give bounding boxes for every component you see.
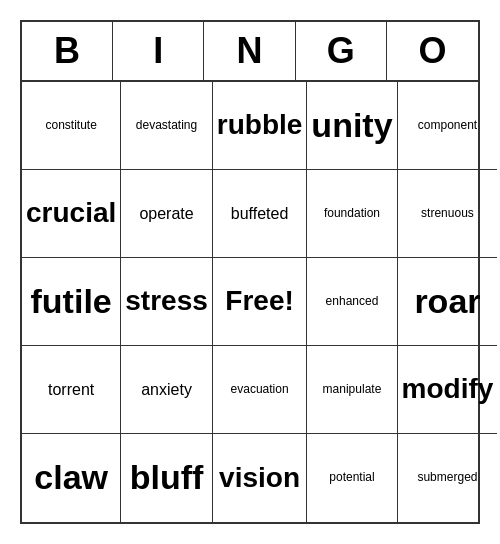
bingo-cell: futile bbox=[22, 258, 121, 346]
bingo-grid: constitutedevastatingrubbleunitycomponen… bbox=[22, 82, 478, 522]
cell-text: evacuation bbox=[231, 383, 289, 396]
cell-text: modify bbox=[402, 374, 494, 405]
bingo-cell: enhanced bbox=[307, 258, 397, 346]
cell-text: torrent bbox=[48, 381, 94, 399]
cell-text: component bbox=[418, 119, 477, 132]
bingo-cell: strenuous bbox=[398, 170, 498, 258]
header-letter: I bbox=[113, 22, 204, 80]
bingo-card: BINGO constitutedevastatingrubbleunityco… bbox=[20, 20, 480, 524]
bingo-header: BINGO bbox=[22, 22, 478, 82]
bingo-cell: roar bbox=[398, 258, 498, 346]
bingo-cell: vision bbox=[213, 434, 308, 522]
cell-text: rubble bbox=[217, 110, 303, 141]
cell-text: buffeted bbox=[231, 205, 289, 223]
header-letter: N bbox=[204, 22, 295, 80]
bingo-cell: buffeted bbox=[213, 170, 308, 258]
bingo-cell: modify bbox=[398, 346, 498, 434]
bingo-cell: evacuation bbox=[213, 346, 308, 434]
bingo-cell: manipulate bbox=[307, 346, 397, 434]
bingo-cell: anxiety bbox=[121, 346, 213, 434]
cell-text: strenuous bbox=[421, 207, 474, 220]
cell-text: potential bbox=[329, 471, 374, 484]
cell-text: foundation bbox=[324, 207, 380, 220]
cell-text: futile bbox=[31, 283, 112, 320]
cell-text: constitute bbox=[45, 119, 96, 132]
bingo-cell: constitute bbox=[22, 82, 121, 170]
cell-text: anxiety bbox=[141, 381, 192, 399]
bingo-cell: unity bbox=[307, 82, 397, 170]
bingo-cell: operate bbox=[121, 170, 213, 258]
bingo-cell: rubble bbox=[213, 82, 308, 170]
cell-text: claw bbox=[34, 459, 108, 496]
cell-text: operate bbox=[139, 205, 193, 223]
bingo-cell: stress bbox=[121, 258, 213, 346]
bingo-cell: submerged bbox=[398, 434, 498, 522]
bingo-cell: foundation bbox=[307, 170, 397, 258]
cell-text: enhanced bbox=[326, 295, 379, 308]
cell-text: bluff bbox=[130, 459, 204, 496]
bingo-cell: torrent bbox=[22, 346, 121, 434]
bingo-cell: claw bbox=[22, 434, 121, 522]
header-letter: G bbox=[296, 22, 387, 80]
cell-text: crucial bbox=[26, 198, 116, 229]
bingo-cell: component bbox=[398, 82, 498, 170]
cell-text: manipulate bbox=[323, 383, 382, 396]
cell-text: devastating bbox=[136, 119, 197, 132]
bingo-cell: devastating bbox=[121, 82, 213, 170]
bingo-cell: potential bbox=[307, 434, 397, 522]
cell-text: vision bbox=[219, 463, 300, 494]
bingo-cell: Free! bbox=[213, 258, 308, 346]
cell-text: roar bbox=[414, 283, 480, 320]
cell-text: Free! bbox=[225, 286, 293, 317]
bingo-cell: bluff bbox=[121, 434, 213, 522]
cell-text: submerged bbox=[417, 471, 477, 484]
bingo-cell: crucial bbox=[22, 170, 121, 258]
cell-text: stress bbox=[125, 286, 208, 317]
header-letter: B bbox=[22, 22, 113, 80]
cell-text: unity bbox=[311, 107, 392, 144]
header-letter: O bbox=[387, 22, 478, 80]
